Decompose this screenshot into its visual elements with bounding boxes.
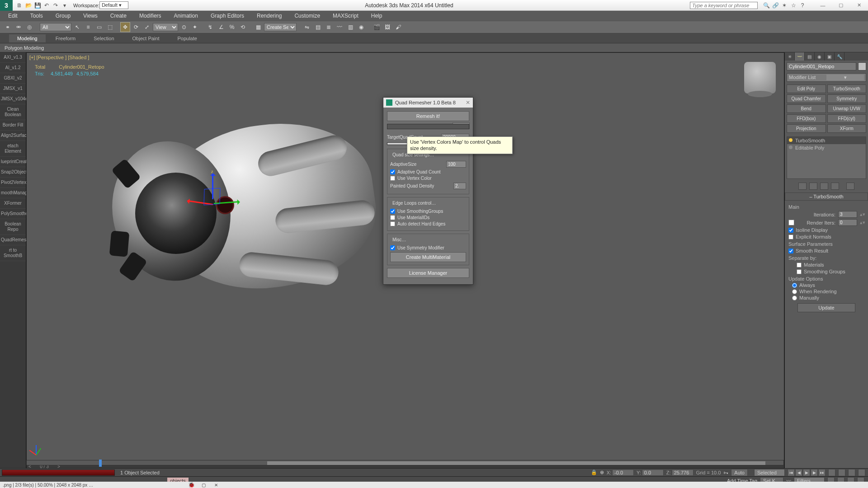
- named-sel-icon[interactable]: ▦: [253, 22, 263, 32]
- hard-edges-checkbox[interactable]: [390, 221, 395, 226]
- coord-y[interactable]: 0.0: [642, 469, 664, 476]
- viewport-perspective[interactable]: [+] [Perspective ] [Shaded ] TotalCylind…: [26, 52, 784, 470]
- smooth-result-checkbox[interactable]: [788, 249, 793, 253]
- taskbar-close-icon[interactable]: ✕: [212, 483, 220, 488]
- key-icon[interactable]: ⊕: [600, 469, 604, 475]
- menu-customize[interactable]: Customize: [289, 12, 326, 20]
- prev-frame-icon[interactable]: ◀: [795, 469, 802, 476]
- render-iters-checkbox[interactable]: [788, 220, 794, 225]
- menu-create[interactable]: Create: [105, 12, 132, 20]
- ribbon-tab-modeling[interactable]: Modeling: [9, 34, 46, 42]
- scale-tool-icon[interactable]: ⤢: [142, 22, 152, 32]
- save-icon[interactable]: 💾: [33, 1, 42, 9]
- script-item[interactable]: Boolean Repo: [0, 219, 26, 235]
- goto-end-icon[interactable]: ⏭: [818, 469, 826, 476]
- script-item[interactable]: QuadRemesh: [0, 235, 26, 245]
- update-button[interactable]: Update: [797, 303, 855, 312]
- script-item[interactable]: JMSX_v1: [0, 84, 26, 94]
- dialog-titlebar[interactable]: Quad Remesher 1.0 Beta 8 ✕: [383, 98, 473, 108]
- mod-btn-editpoly[interactable]: Edit Poly: [787, 84, 826, 93]
- key-mode-icon[interactable]: 🗝: [723, 470, 728, 475]
- script-item[interactable]: PolySmoother: [0, 209, 26, 219]
- help-search-input[interactable]: [690, 2, 758, 9]
- script-item[interactable]: moothManage: [0, 188, 26, 198]
- mod-btn-symmetry[interactable]: Symmetry: [827, 94, 867, 103]
- layers-icon[interactable]: ≣: [324, 22, 334, 32]
- script-item[interactable]: Border Fill: [0, 120, 26, 131]
- viewport-label[interactable]: [+] [Perspective ] [Shaded ]: [29, 55, 89, 60]
- render-setup-icon[interactable]: 🎬: [372, 22, 382, 32]
- window-crossing-icon[interactable]: ⬚: [105, 22, 115, 32]
- new-icon[interactable]: 🗎: [15, 1, 24, 9]
- nav-orbit-icon[interactable]: [838, 469, 845, 476]
- link-icon[interactable]: 🔗: [771, 1, 779, 9]
- nav-zoom-icon[interactable]: [848, 469, 855, 476]
- mod-btn-turbosmooth[interactable]: TurboSmooth: [827, 84, 867, 93]
- script-item[interactable]: AXI_v1.3: [0, 52, 26, 63]
- menu-grapheditors[interactable]: Graph Editors: [205, 12, 250, 20]
- workspace-select[interactable]: Default ▾: [99, 1, 128, 9]
- time-cursor[interactable]: [99, 460, 102, 467]
- transform-gizmo[interactable]: z: [194, 179, 257, 243]
- menu-group[interactable]: Group: [50, 12, 76, 20]
- sep-materials-checkbox[interactable]: [797, 263, 802, 267]
- script-item[interactable]: Clean Boolean: [0, 104, 26, 120]
- taskbar-min-icon[interactable]: ▢: [199, 483, 208, 488]
- material-icon[interactable]: ◉: [356, 22, 366, 32]
- percent-snap-icon[interactable]: %: [227, 22, 237, 32]
- menu-rendering[interactable]: Rendering: [251, 12, 287, 20]
- select-tool-icon[interactable]: ↖: [72, 22, 82, 32]
- undo-icon[interactable]: ↶: [42, 1, 51, 9]
- mod-btn-projection[interactable]: Projection: [787, 124, 826, 133]
- menu-help[interactable]: Help: [366, 12, 388, 20]
- mod-btn-bend[interactable]: Bend: [787, 104, 826, 113]
- script-item[interactable]: Align2Surface: [0, 131, 26, 141]
- rollout-header[interactable]: – TurboSmooth: [785, 192, 868, 201]
- adaptive-size-input[interactable]: [446, 161, 466, 168]
- menu-tools[interactable]: Tools: [25, 12, 48, 20]
- open-icon[interactable]: 📂: [24, 1, 33, 9]
- modify-tab-icon[interactable]: 〰: [795, 52, 805, 61]
- unlink-tool-icon[interactable]: ⚮: [14, 22, 24, 32]
- stack-item-editablepoly[interactable]: Editable Poly: [787, 144, 866, 151]
- vertex-color-checkbox[interactable]: [390, 176, 395, 181]
- smoothing-groups-checkbox[interactable]: [390, 209, 395, 214]
- adaptive-quad-checkbox[interactable]: [390, 169, 395, 174]
- play-icon[interactable]: ▶: [803, 469, 810, 476]
- ribbon-tab-populate[interactable]: Populate: [169, 34, 205, 42]
- update-manual-radio[interactable]: [792, 296, 797, 300]
- menu-maxscript[interactable]: MAXScript: [327, 12, 364, 20]
- isoline-checkbox[interactable]: [788, 228, 793, 233]
- align-icon[interactable]: ▤: [313, 22, 323, 32]
- dialog-close-icon[interactable]: ✕: [466, 99, 470, 106]
- menu-views[interactable]: Views: [78, 12, 103, 20]
- manip-icon[interactable]: ✦: [190, 22, 200, 32]
- render-iters-input[interactable]: [838, 219, 857, 226]
- ribbon-tab-objectpaint[interactable]: Object Paint: [124, 34, 168, 42]
- ref-coord-select[interactable]: View: [153, 23, 178, 31]
- move-tool-icon[interactable]: ✥: [120, 22, 130, 32]
- remesh-button[interactable]: Remesh it!: [387, 111, 469, 121]
- modifier-list-dropdown[interactable]: Modifier List▾: [787, 73, 866, 82]
- angle-snap-icon[interactable]: ∠: [216, 22, 226, 32]
- ribbon-tab-selection[interactable]: Selection: [85, 34, 122, 42]
- object-color-swatch[interactable]: [858, 62, 866, 70]
- minimize-button[interactable]: —: [814, 0, 832, 11]
- app-logo[interactable]: 3: [0, 0, 13, 11]
- maxscript-listener[interactable]: [2, 469, 115, 476]
- remove-mod-icon[interactable]: [831, 183, 839, 190]
- viewcube[interactable]: [744, 62, 776, 94]
- bind-tool-icon[interactable]: ◎: [24, 22, 34, 32]
- redo-icon[interactable]: ↷: [52, 1, 60, 9]
- script-item[interactable]: XFormer: [0, 198, 26, 209]
- ribbon-tab-freeform[interactable]: Freeform: [47, 34, 84, 42]
- hierarchy-tab-icon[interactable]: ▤: [805, 52, 815, 61]
- select-name-icon[interactable]: ≡: [83, 22, 93, 32]
- nav-pan-icon[interactable]: [828, 469, 835, 476]
- motion-tab-icon[interactable]: ◉: [815, 52, 825, 61]
- symmetry-checkbox[interactable]: [390, 245, 395, 250]
- script-item[interactable]: Pivot2Vertex: [0, 178, 26, 188]
- spinner-snap-icon[interactable]: ⟲: [238, 22, 248, 32]
- license-manager-button[interactable]: License Manager: [387, 268, 469, 278]
- sep-sg-checkbox[interactable]: [797, 269, 802, 274]
